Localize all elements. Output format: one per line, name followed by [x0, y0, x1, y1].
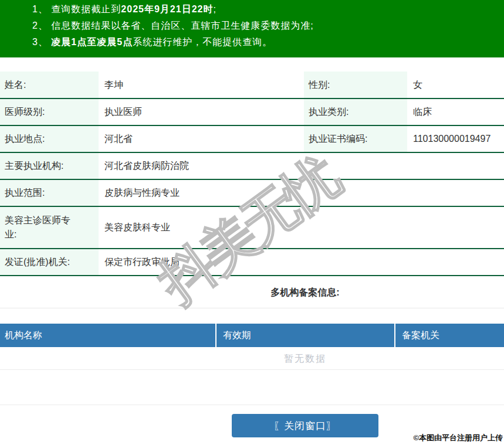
- main-institution-value: 河北省皮肤病防治院: [99, 152, 504, 179]
- name-label: 姓名:: [0, 72, 99, 98]
- doctor-level-value: 执业医师: [99, 98, 304, 125]
- practice-location-value: 河北省: [99, 125, 304, 152]
- practice-location-label: 执业地点:: [0, 125, 99, 152]
- name-value: 李坤: [99, 72, 304, 98]
- certificate-number-value: 110130000019497: [407, 125, 504, 152]
- table-row: 执业地点: 河北省 执业证书编码: 110130000019497: [0, 125, 504, 152]
- notice-3-text: 3、: [32, 37, 51, 47]
- table-row: 主要执业机构: 河北省皮肤病防治院: [0, 152, 504, 179]
- practice-scope-label: 执业范围:: [0, 179, 99, 206]
- practice-category-value: 临床: [407, 98, 504, 125]
- main-institution-label: 主要执业机构:: [0, 152, 99, 179]
- cosmetic-specialty-value: 美容皮肤科专业: [99, 206, 504, 249]
- close-window-button[interactable]: 〖关闭窗口〗: [232, 414, 378, 437]
- column-header-registration-authority: 备案机关: [394, 324, 504, 347]
- column-header-institution: 机构名称: [0, 329, 215, 342]
- practice-scope-value: 皮肤病与性病专业: [99, 179, 504, 206]
- column-header-validity: 有效期: [215, 324, 394, 347]
- practice-category-label: 执业类别:: [304, 98, 407, 125]
- practitioner-info-table: 姓名: 李坤 性别: 女 医师级别: 执业医师 执业类别: 临床 执业地点: 河…: [0, 72, 504, 276]
- notice-1-post: ;: [213, 4, 216, 14]
- notice-item-1: 1、 查询数据截止到2025年9月21日22时;: [32, 1, 504, 18]
- gender-value: 女: [407, 72, 504, 98]
- notice-1-text: 1、 查询数据截止到: [32, 4, 121, 14]
- doctor-level-label: 医师级别:: [0, 98, 99, 125]
- records-section-title: 多机构备案信息:: [0, 276, 504, 308]
- table-row: 发证(批准)机关: 保定市行政审批局: [0, 249, 504, 276]
- upload-note-watermark: ©本图由平台注册用户上传: [413, 433, 503, 443]
- notice-3-bold: 凌晨1点至凌晨5点: [51, 37, 133, 47]
- issuing-authority-value: 保定市行政审批局: [99, 249, 504, 276]
- issuing-authority-label: 发证(批准)机关:: [0, 249, 99, 276]
- notice-item-3: 3、 凌晨1点至凌晨5点系统进行维护，不能提供查询。: [32, 34, 504, 50]
- table-row: 美容主诊医师专业: 美容皮肤科专业: [0, 206, 504, 249]
- notice-banner: 1、 查询数据截止到2025年9月21日22时; 2、 信息数据结果以各省、自治…: [0, 0, 504, 57]
- page-container: 1、 查询数据截止到2025年9月21日22时; 2、 信息数据结果以各省、自治…: [0, 0, 504, 437]
- certificate-number-label: 执业证书编码:: [304, 125, 407, 152]
- cosmetic-specialty-label: 美容主诊医师专业:: [0, 206, 99, 249]
- records-blank-row: [0, 370, 504, 405]
- records-table-header: 机构名称 有效期 备案机关: [0, 324, 504, 347]
- notice-3-post: 系统进行维护，不能提供查询。: [133, 37, 272, 47]
- empty-data-text: 暂无数据: [0, 347, 504, 370]
- table-row: 姓名: 李坤 性别: 女: [0, 72, 504, 98]
- table-row: 医师级别: 执业医师 执业类别: 临床: [0, 98, 504, 125]
- table-row: 执业范围: 皮肤病与性病专业: [0, 179, 504, 206]
- notice-1-bold: 2025年9月21日22时: [121, 4, 213, 14]
- gender-label: 性别:: [304, 72, 407, 98]
- notice-2-text: 2、 信息数据结果以各省、自治区、直辖市卫生健康委数据为准;: [32, 21, 314, 30]
- notice-item-2: 2、 信息数据结果以各省、自治区、直辖市卫生健康委数据为准;: [32, 18, 504, 34]
